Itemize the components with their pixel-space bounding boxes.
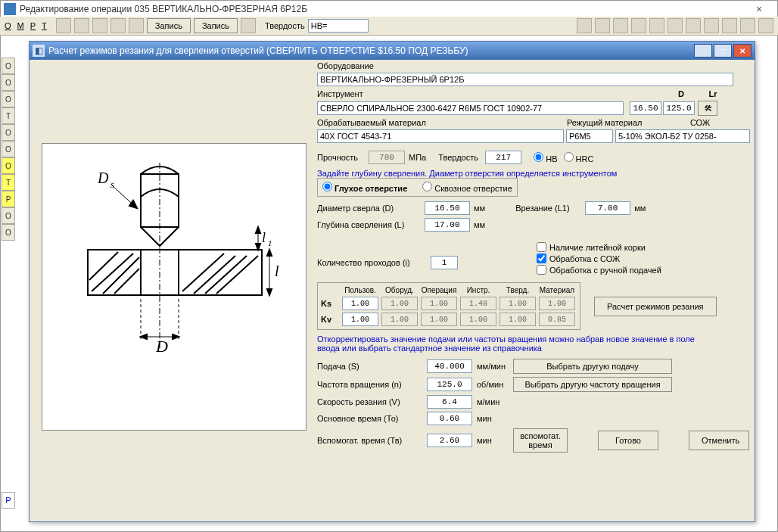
vrez-field[interactable] [585, 201, 630, 215]
correction-hint: Откорректировать значение подачи или час… [317, 334, 718, 353]
svg-text:l: l [275, 263, 279, 279]
to-field[interactable] [427, 412, 472, 425]
through-hole-radio[interactable]: Сквозное отверстие [422, 182, 512, 193]
row-cell[interactable]: О [2, 91, 15, 107]
cut-mat-field[interactable] [566, 129, 613, 143]
app-icon [4, 3, 16, 15]
tool-icon[interactable] [686, 18, 701, 33]
tool-icon[interactable] [613, 18, 628, 33]
tv-label: Вспомогат. время (Тв) [317, 436, 427, 445]
tool-icon[interactable] [740, 18, 755, 33]
tool-picker-button[interactable]: 🛠 [698, 101, 717, 116]
tv-button[interactable]: вспомогат. время [513, 428, 568, 453]
depth-hint: Задайте глубину сверления. Диаметр отвер… [317, 169, 750, 178]
row-cell[interactable]: Р [2, 191, 15, 207]
feed-pick-button[interactable]: Выбрать другую подачу [513, 359, 672, 374]
calc-button[interactable]: Расчет режимов резания [594, 297, 717, 316]
kv-mat [539, 313, 575, 326]
speed-unit: м/мин [477, 397, 513, 406]
rpm-field[interactable] [427, 378, 472, 391]
ok-button[interactable]: Готово [598, 431, 658, 450]
cut-mat-label: Режущий материал [567, 118, 650, 127]
menu-m[interactable]: М [17, 21, 24, 30]
row-cell[interactable]: О [2, 58, 15, 74]
row-cell[interactable]: Т [2, 174, 15, 191]
diam-label: Диаметр сверла (D) [317, 204, 425, 213]
hardness-input-tb[interactable] [308, 19, 369, 33]
coef-table: Пользов. Оборуд. Операция Инстр. Тверд. … [317, 282, 580, 330]
main-close-icon[interactable]: × [744, 3, 774, 15]
hrc-radio[interactable]: HRC [564, 152, 594, 163]
tool-icon[interactable] [668, 18, 683, 33]
row-cell-bottom[interactable]: Р [2, 492, 15, 509]
passes-field[interactable] [431, 256, 458, 269]
row-cell[interactable]: О [2, 141, 15, 157]
kv-hard [499, 313, 536, 326]
crust-checkbox[interactable]: Наличие литейной корки [537, 242, 661, 252]
tool-lr-field[interactable] [663, 101, 695, 115]
tool-icon[interactable] [649, 18, 664, 33]
tool-icon[interactable] [129, 18, 144, 33]
manual-checkbox[interactable]: Обработка с ручной подачей [537, 265, 661, 275]
depth-field[interactable] [425, 218, 470, 232]
blind-hole-radio[interactable]: Глухое отверстие [322, 182, 407, 193]
equipment-label: Оборудование [317, 61, 374, 70]
svg-marker-24 [267, 289, 272, 295]
svg-line-6 [114, 269, 139, 294]
row-cell[interactable]: Т [2, 107, 15, 124]
hardness-field[interactable] [485, 151, 521, 164]
tool-icon[interactable] [110, 18, 126, 33]
equipment-field[interactable] [317, 73, 733, 86]
tool-icon[interactable] [631, 18, 646, 33]
diam-field[interactable] [425, 201, 470, 215]
tool-icon[interactable] [92, 18, 107, 33]
tool-icon[interactable] [56, 18, 71, 33]
row-cell[interactable]: О [2, 124, 15, 141]
minimize-button[interactable]: _ [694, 44, 712, 58]
work-mat-field[interactable] [317, 129, 564, 143]
coolant-checkbox[interactable]: Обработка с СОЖ [537, 254, 661, 263]
cancel-button[interactable]: Отменить [689, 431, 749, 450]
kv-equip [381, 313, 418, 326]
tool-icon[interactable] [241, 18, 256, 33]
speed-field[interactable] [427, 395, 472, 409]
tool-icon[interactable] [74, 18, 89, 33]
menu-r[interactable]: Р [30, 21, 36, 30]
vrez-label: Врезание (L1) [515, 204, 585, 213]
svg-text:D: D [97, 170, 109, 186]
tool-icon[interactable] [758, 18, 773, 33]
hb-radio[interactable]: HB [534, 152, 557, 163]
ks-mat [539, 297, 575, 310]
left-row-letters: О О О Т О О О Т Р О О [2, 58, 15, 241]
row-cell[interactable]: О [2, 224, 15, 241]
feed-field[interactable] [427, 359, 472, 373]
to-label: Основное время (То) [317, 414, 427, 423]
strength-label: Прочность [317, 153, 369, 162]
rpm-pick-button[interactable]: Выбрать другую частоту вращения [513, 377, 672, 392]
tv-field[interactable] [427, 434, 472, 447]
kv-label: Kv [321, 315, 341, 324]
ks-user[interactable] [342, 297, 378, 310]
kv-user[interactable] [342, 313, 378, 326]
tool-d-field[interactable] [630, 101, 661, 115]
tool-icon[interactable] [595, 18, 610, 33]
row-cell[interactable]: О [2, 157, 15, 174]
row-cell[interactable]: О [2, 74, 15, 91]
back-toolbar: О М Р Т Запись Запись Твердость [0, 17, 778, 36]
close-button[interactable]: ✕ [733, 44, 752, 58]
tool-icon[interactable] [577, 18, 592, 33]
menu-o[interactable]: О [5, 21, 11, 30]
diam-unit: мм [474, 204, 485, 213]
menu-t[interactable]: Т [42, 21, 47, 30]
tool-icon[interactable] [704, 18, 719, 33]
cool-field[interactable] [615, 129, 750, 143]
hole-type-group: Глухое отверстие Сквозное отверстие [317, 178, 518, 197]
rec-button-2[interactable]: Запись [194, 18, 238, 33]
rec-button-1[interactable]: Запись [147, 18, 191, 33]
tool-field[interactable] [317, 101, 624, 115]
maximize-button[interactable]: □ [714, 44, 732, 58]
tool-icon[interactable] [722, 18, 737, 33]
to-unit: мин [477, 414, 513, 423]
row-cell[interactable]: О [2, 207, 15, 224]
work-mat-label: Обрабатываемый материал [317, 118, 567, 127]
